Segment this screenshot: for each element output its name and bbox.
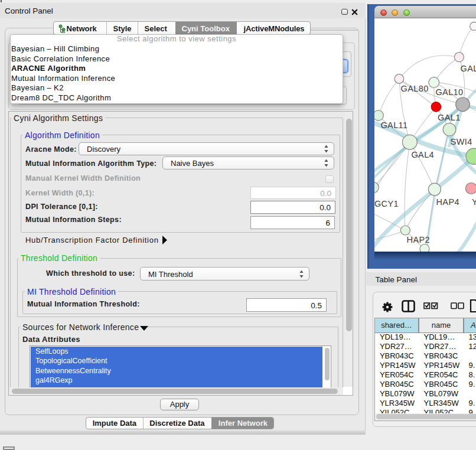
svg-text:GAL4: GAL4 [411, 150, 434, 159]
svg-text:GAL80: GAL80 [401, 84, 429, 93]
svg-text:HAP2: HAP2 [407, 234, 430, 244]
svg-text:GAL2: GAL2 [461, 64, 476, 73]
svg-text:GAL10: GAL10 [435, 87, 463, 97]
svg-text:HAP4: HAP4 [436, 197, 459, 207]
svg-text:GAL11: GAL11 [380, 120, 407, 130]
svg-text:Y: Y [472, 197, 476, 207]
svg-text:GAL1: GAL1 [438, 112, 461, 122]
svg-text:SWI4: SWI4 [451, 137, 472, 146]
svg-text:GCY1: GCY1 [374, 198, 399, 208]
